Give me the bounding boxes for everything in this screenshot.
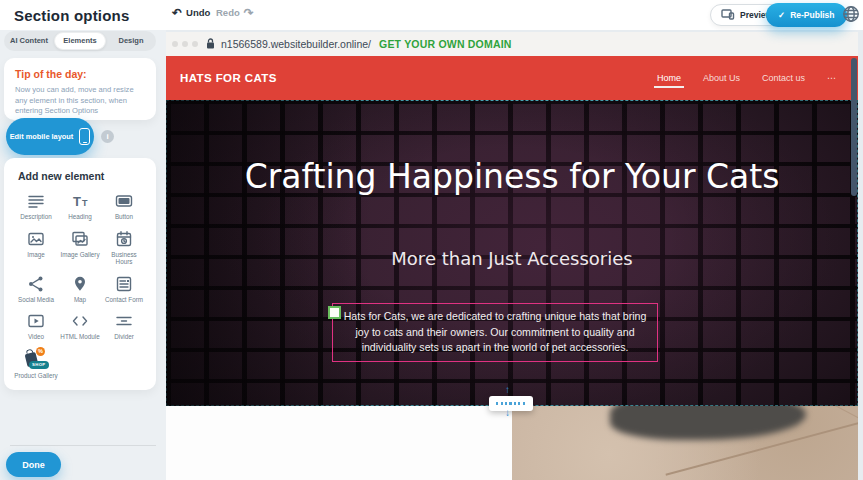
svg-text:T: T	[82, 198, 88, 208]
resize-arrow-down-icon: ↓	[505, 408, 510, 418]
language-globe-icon[interactable]	[842, 5, 860, 23]
tab-ai-content[interactable]: AI Content	[4, 32, 54, 50]
element-description[interactable]: Description	[14, 192, 58, 221]
browser-bar: n1566589.websitebuilder.online/ GET YOUR…	[166, 32, 858, 56]
preview-scrollbar[interactable]	[851, 58, 857, 196]
element-heading[interactable]: TT Heading	[58, 192, 102, 221]
element-social-media[interactable]: Social Media	[14, 275, 58, 304]
redo-icon: ↷	[244, 8, 254, 18]
description-icon	[27, 192, 45, 210]
selected-text-element[interactable]: Hats for Cats, we are dedicated to craft…	[332, 303, 658, 362]
edit-mobile-label: Edit mobile layout	[10, 132, 74, 141]
info-icon[interactable]: i	[101, 130, 114, 143]
sidebar-divider	[10, 445, 156, 446]
window-dot	[192, 41, 198, 47]
divider-icon	[115, 312, 133, 330]
tip-title: Tip of the day:	[15, 68, 145, 80]
tab-design[interactable]: Design	[106, 32, 156, 50]
social-media-icon	[27, 275, 45, 293]
window-dots	[172, 41, 198, 47]
republish-button[interactable]: ✓ Re-Publish	[766, 3, 847, 27]
business-hours-icon	[115, 230, 133, 248]
add-element-panel: Add new element Description TT Heading B…	[4, 158, 156, 390]
hero-heading[interactable]: Crafting Happiness for Your Cats	[242, 152, 782, 202]
done-button[interactable]: Done	[6, 452, 61, 477]
next-section-photo	[512, 406, 858, 480]
site-logo[interactable]: HATS FOR CATS	[180, 72, 277, 84]
element-html-module[interactable]: HTML Module	[58, 312, 102, 341]
hero-subheading[interactable]: More than Just Accessories	[312, 248, 712, 269]
redo-button[interactable]: Redo ↷	[216, 7, 254, 18]
heading-icon: TT	[71, 192, 89, 210]
check-icon: ✓	[778, 10, 785, 20]
element-map[interactable]: Map	[58, 275, 102, 304]
map-pin-icon	[71, 275, 89, 293]
image-gallery-icon	[71, 230, 89, 248]
nav-home[interactable]: Home	[657, 67, 681, 89]
top-bar: Section options ↶ Undo Redo ↷ Preview ✓ …	[0, 0, 863, 30]
undo-button[interactable]: ↶ Undo	[172, 7, 210, 18]
element-divider[interactable]: Divider	[102, 312, 146, 341]
site-nav: Home About Us Contact us ⋯	[657, 56, 836, 100]
button-icon	[115, 192, 133, 210]
nav-more-ellipsis-icon[interactable]: ⋯	[827, 67, 836, 89]
tab-elements[interactable]: Elements	[54, 32, 106, 50]
element-grid: Description TT Heading Button Image Imag…	[14, 192, 148, 379]
element-business-hours[interactable]: Business Hours	[102, 230, 146, 266]
add-element-title: Add new element	[14, 170, 148, 182]
element-image[interactable]: Image	[14, 230, 58, 266]
sidebar-tabbar: AI Content Elements Design	[4, 31, 156, 51]
edit-mobile-layout-button[interactable]: Edit mobile layout	[6, 118, 94, 155]
svg-text:T: T	[73, 194, 81, 209]
nav-about-us[interactable]: About Us	[703, 67, 740, 89]
devices-icon	[721, 9, 735, 22]
element-video[interactable]: Video	[14, 312, 58, 341]
section-resize-handle[interactable]	[489, 396, 533, 411]
image-icon	[27, 230, 45, 248]
next-section-blank	[166, 406, 512, 480]
video-icon	[27, 312, 45, 330]
page-title: Section options	[14, 7, 130, 24]
element-image-gallery[interactable]: Image Gallery	[58, 230, 102, 266]
phone-icon	[79, 128, 90, 145]
html-module-icon	[71, 312, 89, 330]
hero-paragraph: Hats for Cats, we are dedicated to craft…	[340, 309, 650, 356]
element-contact-form[interactable]: Contact Form	[102, 275, 146, 304]
element-drag-handle[interactable]	[328, 306, 341, 319]
photo-shadow	[610, 406, 806, 440]
get-domain-link[interactable]: GET YOUR OWN DOMAIN	[379, 38, 512, 50]
undo-icon: ↶	[172, 8, 182, 18]
new-badge-icon: %	[36, 347, 45, 356]
undo-label: Undo	[186, 7, 210, 18]
redo-label: Redo	[216, 7, 240, 18]
contact-form-icon	[115, 275, 133, 293]
element-product-gallery[interactable]: % SHOP Product Gallery	[14, 350, 58, 380]
hero-section[interactable]: Crafting Happiness for Your Cats More th…	[166, 100, 858, 406]
site-url[interactable]: n1566589.websitebuilder.online/	[221, 38, 371, 50]
nav-contact-us[interactable]: Contact us	[762, 67, 805, 89]
republish-label: Re-Publish	[790, 10, 834, 20]
window-dot	[182, 41, 188, 47]
site-header: HATS FOR CATS Home About Us Contact us ⋯	[166, 56, 858, 100]
lock-icon	[206, 35, 215, 53]
sidebar: AI Content Elements Design Tip of the da…	[0, 30, 166, 480]
product-gallery-icon: % SHOP	[25, 350, 47, 369]
tip-of-the-day-card: Tip of the day: Now you can add, move an…	[4, 58, 156, 120]
pavement-crack	[816, 406, 858, 434]
app-window: Section options ↶ Undo Redo ↷ Preview ✓ …	[0, 0, 863, 480]
element-button[interactable]: Button	[102, 192, 146, 221]
tip-body: Now you can add, move and resize any ele…	[15, 85, 145, 117]
resize-arrow-up-icon: ↑	[505, 385, 510, 395]
shop-badge: SHOP	[29, 361, 49, 369]
window-dot	[172, 41, 178, 47]
